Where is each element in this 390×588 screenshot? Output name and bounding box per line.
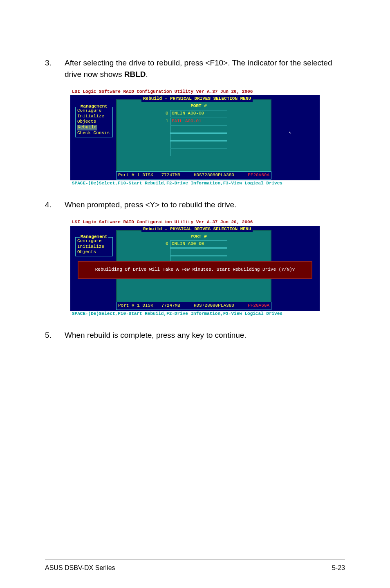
bios1-menu-item: Initialize: [77, 114, 111, 119]
step-4-number: 4.: [45, 199, 65, 211]
footer-product: ASUS DSBV-DX Seriies: [45, 564, 115, 572]
bios1-empty-row: [170, 133, 227, 141]
bios1-info-port: Port # 1 DISK: [118, 173, 153, 177]
bios2-empty-row: [170, 248, 227, 256]
drive-index: 0: [166, 111, 168, 117]
bios-screenshot-1: LSI Logic Software RAID Configuration Ut…: [70, 89, 320, 187]
bios1-info-pf: PF20A60A: [248, 173, 269, 178]
bios2-info-port: Port # 1 DISK: [118, 303, 153, 308]
bios1-menu-item: Rebuild: [77, 125, 97, 130]
bios2-drive-row: 0ONLIN A00-00: [170, 240, 227, 248]
bios1-drive-info: Port # 1 DISK 77247MB HDS728080PLA380 PF…: [116, 171, 271, 180]
step-3-bold: RBLD: [124, 70, 146, 79]
bios1-drive-row: 1FAIL A00-01: [170, 118, 227, 125]
bios1-empty-row: [170, 149, 227, 156]
drive-index: 0: [166, 241, 168, 247]
mouse-cursor-icon: ↖: [289, 130, 291, 136]
step-3-text-b: .: [146, 70, 148, 79]
drive-status-label: ONLIN A00-00: [172, 111, 204, 116]
bios2-info-pf: PF20A60A: [248, 303, 269, 309]
page-footer: ASUS DSBV-DX Seriies 5-23: [45, 559, 345, 572]
step-5-number: 5.: [45, 330, 65, 341]
bios2-panel-title: Rebuild – PHYSICAL DRIVES SELECTION MENU: [141, 227, 253, 232]
bios1-mgmt-title: Management: [80, 104, 108, 110]
step-5-text: When rebuild is complete, press any key …: [65, 330, 345, 341]
bios1-empty-row: [170, 126, 227, 133]
bios2-port-header: PORT #: [170, 234, 227, 240]
bios1-menu-item: Objects: [77, 119, 111, 125]
drive-status-label: ONLIN A00-00: [172, 241, 204, 246]
bios1-panel-title: Rebuild – PHYSICAL DRIVES SELECTION MENU: [141, 96, 253, 102]
drive-index: 1: [166, 119, 168, 124]
bios2-mgmt-title: Management: [80, 234, 108, 240]
step-3-number: 3.: [45, 57, 65, 80]
step-3-text-a: After selecting the drive to rebuild, pr…: [65, 58, 332, 79]
bios1-help-bar: SPACE-(De)Select,F10-Start Rebuild,F2-Dr…: [70, 180, 320, 187]
bios2-info-model: HDS728080PLA380: [194, 303, 234, 308]
step-3-text: After selecting the drive to rebuild, pr…: [65, 57, 345, 80]
bios1-management-menu: Management ConfigureInitializeObjectsReb…: [75, 107, 113, 137]
bios2-menu-item: Objects: [77, 249, 111, 255]
bios1-port-header: PORT #: [170, 103, 227, 109]
step-4-text: When prompted, press <Y> to to rebuild t…: [65, 199, 345, 211]
bios2-drive-info: Port # 1 DISK 77247MB HDS728080PLA380 PF…: [116, 302, 271, 310]
bios1-menu-item: Check Consis: [77, 130, 111, 136]
bios2-management-menu: Management ConfigureInitializeObjects: [75, 237, 113, 256]
bios2-rebuild-prompt: Rebuilding Of Drive Will Take A Few Minu…: [78, 261, 312, 279]
bios-screenshot-2: LSI Logic Software RAID Configuration Ut…: [70, 219, 320, 317]
bios2-help-bar: SPACE-(De)Select,F10-Start Rebuild,F2-Dr…: [70, 311, 320, 317]
drive-status-label: FAIL A00-01: [172, 119, 202, 123]
bios2-info-size: 77247MB: [161, 303, 180, 308]
bios1-drive-row: 0ONLIN A00-00: [170, 110, 227, 117]
bios1-info-model: HDS728080PLA380: [194, 173, 234, 177]
bios2-menu-item: Initialize: [77, 244, 111, 250]
bios1-empty-row: [170, 141, 227, 148]
bios1-title-bar: LSI Logic Software RAID Configuration Ut…: [70, 89, 320, 95]
bios1-info-size: 77247MB: [161, 173, 180, 177]
footer-page-number: 5-23: [332, 564, 345, 572]
bios2-title-bar: LSI Logic Software RAID Configuration Ut…: [70, 219, 320, 226]
bios1-selection-panel: Rebuild – PHYSICAL DRIVES SELECTION MENU…: [116, 99, 271, 172]
